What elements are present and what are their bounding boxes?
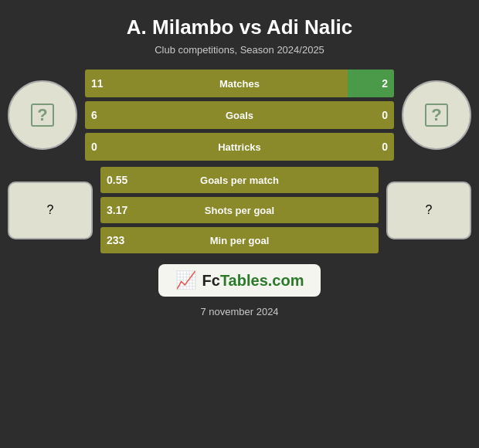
gpm-label: Goals per match — [200, 175, 279, 186]
matches-right-value: 2 — [382, 77, 388, 90]
player1-wide-icon: ? — [47, 203, 54, 217]
player2-avatar: ? — [402, 80, 471, 150]
goals-left-value: 6 — [91, 109, 97, 121]
matches-bar-bg: 11 Matches 2 — [85, 70, 394, 97]
spg-label: Shots per goal — [205, 205, 274, 216]
mpg-left-value: 233 — [107, 234, 124, 246]
matches-label: Matches — [219, 78, 260, 90]
hattricks-label: Hattricks — [218, 141, 261, 153]
logo-text: FcTables.com — [202, 272, 304, 290]
main-container: A. Milambo vs Adi Nalic Club competition… — [0, 0, 479, 448]
match-date: 7 november 2024 — [200, 306, 278, 317]
matches-left-value: 11 — [91, 77, 104, 90]
player1-avatar: ? — [8, 80, 77, 150]
spg-left-value: 3.17 — [107, 204, 127, 216]
goals-bar-row: 6 Goals 0 — [85, 101, 394, 129]
hattricks-right-value: 0 — [382, 141, 388, 153]
matches-bar-row: 11 Matches 2 — [85, 70, 394, 97]
player2-wide-icon: ? — [426, 203, 433, 217]
logo-chart-icon: 📈 — [175, 270, 196, 290]
hattricks-bar-row: 0 Hattricks 0 — [85, 133, 394, 161]
spg-bar-bg: 3.17 Shots per goal — [100, 197, 379, 223]
goals-bar-bg: 6 Goals 0 — [85, 101, 394, 129]
hattricks-bar-bg: 0 Hattricks 0 — [85, 133, 394, 161]
goals-right-value: 0 — [382, 109, 388, 121]
logo-box: 📈 FcTables.com — [158, 264, 321, 297]
page-title: A. Milambo vs Adi Nalic — [127, 15, 352, 39]
page-subtitle: Club competitions, Season 2024/2025 — [155, 44, 324, 56]
gpm-bar-row: 0.55 Goals per match — [100, 167, 379, 193]
logo-area: 📈 FcTables.com — [158, 264, 321, 297]
gpm-bar-bg: 0.55 Goals per match — [100, 167, 379, 193]
player1-avatar-wide: ? — [8, 182, 93, 239]
player1-avatar-icon: ? — [31, 104, 54, 127]
spg-bar-row: 3.17 Shots per goal — [100, 197, 379, 223]
mpg-label: Min per goal — [210, 235, 270, 246]
top-bars-container: 11 Matches 2 6 Goals 0 0 Hattr — [85, 70, 394, 161]
player2-avatar-icon: ? — [425, 104, 448, 127]
lower-stats-section: ? 0.55 Goals per match 3.17 Shots per go… — [8, 167, 471, 253]
mpg-bar-row: 233 Min per goal — [100, 227, 379, 253]
player2-avatar-wide: ? — [386, 182, 471, 239]
mpg-bar-bg: 233 Min per goal — [100, 227, 379, 253]
lower-bars-container: 0.55 Goals per match 3.17 Shots per goal… — [100, 167, 379, 253]
hattricks-left-value: 0 — [91, 141, 97, 153]
goals-label: Goals — [226, 110, 253, 121]
top-stats-section: ? 11 Matches 2 6 Goals 0 — [8, 70, 471, 161]
gpm-left-value: 0.55 — [107, 174, 127, 186]
